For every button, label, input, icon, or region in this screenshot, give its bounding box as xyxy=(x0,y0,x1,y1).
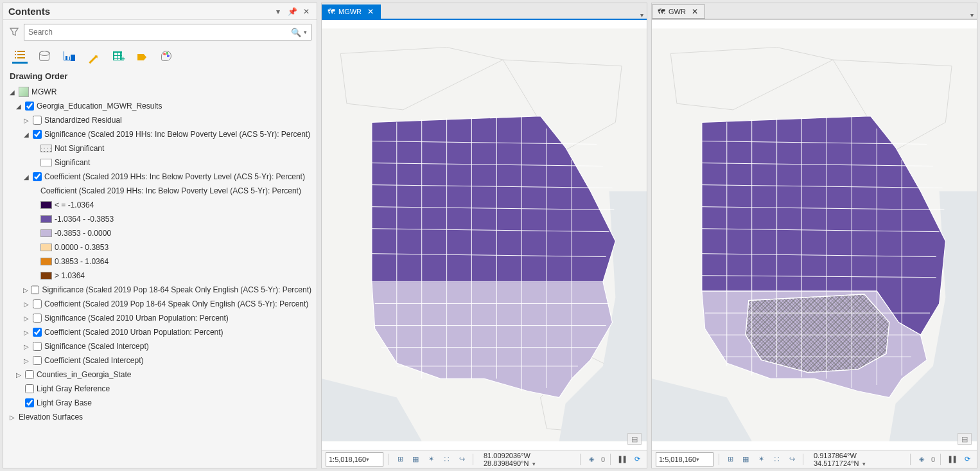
map-canvas-mgwr[interactable]: ▤ xyxy=(322,19,647,450)
constraints-icon[interactable]: ✶ xyxy=(425,454,437,465)
search-box[interactable]: 🔍 ▾ xyxy=(24,24,311,40)
layer-checkbox[interactable] xyxy=(33,356,42,365)
constraints-icon[interactable]: ✶ xyxy=(755,454,767,465)
scale-selector[interactable]: 1:5,018,160▾ xyxy=(326,452,383,467)
layer-label[interactable]: Standardized Residual xyxy=(44,116,122,125)
autohide-dropdown-icon[interactable]: ▾ xyxy=(273,6,283,17)
expand-icon[interactable]: ▷ xyxy=(22,343,30,350)
list-editing-button[interactable] xyxy=(85,48,101,64)
expand-icon[interactable]: ▷ xyxy=(22,329,30,336)
list-drawing-order-button[interactable] xyxy=(12,48,28,64)
search-icon[interactable]: 🔍 xyxy=(291,28,301,37)
expand-icon[interactable]: ▷ xyxy=(22,301,30,308)
map-frame-icon xyxy=(19,87,29,97)
legend-label: Significant xyxy=(55,158,90,167)
list-labeling-button[interactable] xyxy=(134,48,150,64)
correction-icon[interactable]: ↪ xyxy=(456,454,468,465)
refresh-icon[interactable]: ⟳ xyxy=(631,454,643,465)
tab-menu-icon[interactable]: ▾ xyxy=(636,12,647,19)
layer-label[interactable]: Coefficient (Scaled Intercept) xyxy=(44,356,144,365)
coordinates-readout[interactable]: 0.9137864°W 34.5171724°N▾ xyxy=(809,452,905,467)
list-snapping-button[interactable] xyxy=(110,48,125,64)
expand-icon[interactable]: ▷ xyxy=(22,357,30,364)
grid-tool-icon[interactable]: ⊞ xyxy=(724,454,736,465)
filter-icon[interactable] xyxy=(8,26,20,38)
significant-swatch xyxy=(40,159,52,166)
inference-icon[interactable]: ⸬ xyxy=(771,454,782,465)
layer-checkbox[interactable] xyxy=(25,384,34,393)
layer-checkbox[interactable] xyxy=(25,398,34,407)
expand-icon[interactable]: ▷ xyxy=(8,414,16,421)
legend-item: 0.0000 - 0.3853 xyxy=(8,240,311,254)
layer-label[interactable]: Light Gray Reference xyxy=(37,384,110,393)
search-input[interactable] xyxy=(28,28,291,37)
map-frame-label[interactable]: MGWR xyxy=(31,87,57,96)
coordinates-readout[interactable]: 81.0092036°W 28.8398490°N▾ xyxy=(478,452,575,467)
layer-label[interactable]: Significance (Scaled 2019 Pop 18-64 Spea… xyxy=(42,285,311,294)
close-panel-icon[interactable]: ✕ xyxy=(301,6,311,17)
tab-label: MGWR xyxy=(338,8,362,15)
attribution-icon[interactable]: ▤ xyxy=(958,433,972,445)
layer-checkbox[interactable] xyxy=(33,116,42,125)
snap-grid-icon[interactable]: ▦ xyxy=(740,454,751,465)
layer-label[interactable]: Light Gray Base xyxy=(37,398,92,407)
expand-icon[interactable]: ◢ xyxy=(15,103,22,110)
refresh-icon[interactable]: ⟳ xyxy=(961,454,973,465)
layer-checkbox[interactable] xyxy=(33,314,42,323)
layer-checkbox[interactable] xyxy=(31,285,39,294)
close-tab-icon[interactable]: ✕ xyxy=(367,7,374,16)
status-bar-gwr: 1:5,018,160▾ ⊞ ▦ ✶ ⸬ ↪ 0.9137864°W 34.51… xyxy=(652,450,977,468)
list-data-source-button[interactable] xyxy=(37,48,52,64)
layer-label[interactable]: Counties_in_Georgia_State xyxy=(37,370,131,379)
grid-tool-icon[interactable]: ⊞ xyxy=(394,454,406,465)
tab-gwr[interactable]: 🗺 GWR ✕ xyxy=(652,4,705,19)
layer-label[interactable]: Significance (Scaled 2010 Urban Populati… xyxy=(44,314,229,323)
close-tab-icon[interactable]: ✕ xyxy=(692,7,698,16)
layer-label[interactable]: Significance (Scaled Intercept) xyxy=(44,342,149,351)
layer-checkbox[interactable] xyxy=(33,342,42,351)
layer-label[interactable]: Significance (Scaled 2019 HHs: Inc Below… xyxy=(44,130,310,139)
pin-icon[interactable]: 📌 xyxy=(287,6,297,17)
layer-label[interactable]: Georgia_Education_MGWR_Results xyxy=(37,102,162,111)
color-swatch xyxy=(40,258,52,265)
expand-icon[interactable]: ◢ xyxy=(22,131,30,138)
status-bar-mgwr: 1:5,018,160▾ ⊞ ▦ ✶ ⸬ ↪ 81.0092036°W 28.8… xyxy=(322,450,647,468)
inference-icon[interactable]: ⸬ xyxy=(441,454,452,465)
color-swatch xyxy=(40,244,52,251)
tab-mgwr[interactable]: 🗺 MGWR ✕ xyxy=(322,4,381,19)
correction-icon[interactable]: ↪ xyxy=(786,454,798,465)
expand-icon[interactable]: ▷ xyxy=(22,315,30,322)
layer-label[interactable]: Coefficient (Scaled 2019 Pop 18-64 Speak… xyxy=(44,299,308,308)
attribution-icon[interactable]: ▤ xyxy=(627,433,642,445)
layer-checkbox[interactable] xyxy=(25,370,34,379)
legend-item: -1.0364 - -0.3853 xyxy=(8,212,311,226)
tab-menu-icon[interactable]: ▾ xyxy=(967,12,977,19)
list-symbology-button[interactable] xyxy=(159,48,174,64)
scale-selector[interactable]: 1:5,018,160▾ xyxy=(656,452,713,467)
legend-title: Coefficient (Scaled 2019 HHs: Inc Below … xyxy=(40,186,301,195)
layer-label[interactable]: Coefficient (Scaled 2010 Urban Populatio… xyxy=(44,328,223,337)
layer-checkbox[interactable] xyxy=(33,328,42,337)
expand-icon[interactable]: ▷ xyxy=(22,117,30,124)
map-view-mgwr: 🗺 MGWR ✕ ▾ xyxy=(321,3,647,468)
layer-checkbox[interactable] xyxy=(33,299,42,308)
expand-icon[interactable]: ◢ xyxy=(22,173,30,181)
expand-icon[interactable]: ▷ xyxy=(22,287,28,294)
pause-drawing-icon[interactable]: ❚❚ xyxy=(946,454,958,465)
layer-checkbox[interactable] xyxy=(33,172,42,181)
map-canvas-gwr[interactable]: ▤ xyxy=(652,19,977,450)
layer-label[interactable]: Coefficient (Scaled 2019 HHs: Inc Below … xyxy=(44,172,305,181)
list-selection-button[interactable] xyxy=(61,48,76,64)
elevation-surfaces-label[interactable]: Elevation Surfaces xyxy=(19,413,83,422)
search-dropdown-icon[interactable]: ▾ xyxy=(304,29,307,35)
layer-checkbox[interactable] xyxy=(33,130,42,139)
selected-features-icon[interactable]: ◈ xyxy=(586,454,597,465)
expand-icon[interactable]: ◢ xyxy=(8,89,16,96)
expand-icon[interactable]: ▷ xyxy=(15,371,22,378)
snap-grid-icon[interactable]: ▦ xyxy=(410,454,421,465)
pause-drawing-icon[interactable]: ❚❚ xyxy=(616,454,627,465)
layer-checkbox[interactable] xyxy=(25,102,34,111)
legend-label: Not Significant xyxy=(55,144,104,153)
selected-features-icon[interactable]: ◈ xyxy=(916,454,927,465)
panel-title: Contents xyxy=(8,6,269,17)
